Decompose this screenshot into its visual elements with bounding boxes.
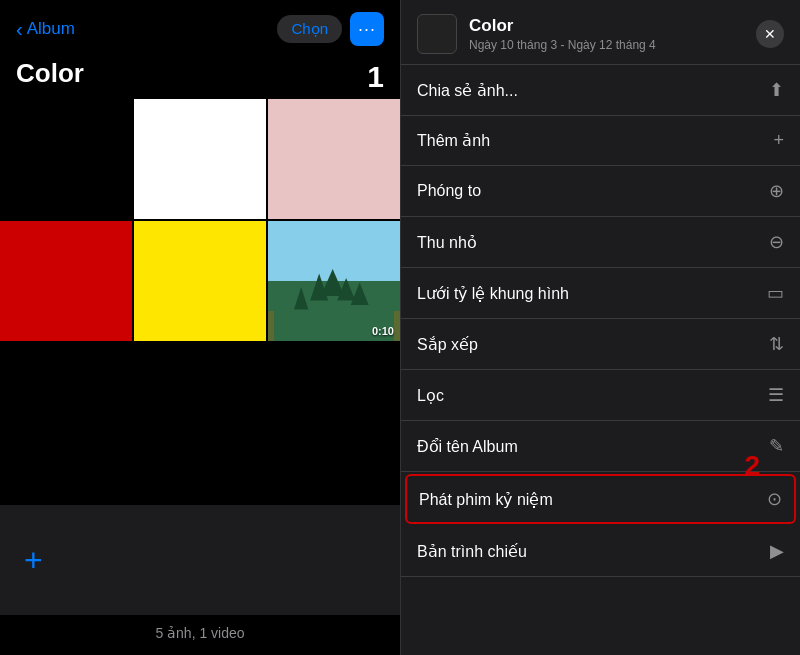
back-label: Album	[27, 19, 75, 39]
menu-list: Chia sẻ ảnh... ⬆ Thêm ảnh + Phóng to ⊕ T…	[401, 65, 800, 655]
menu-item-4[interactable]: Lưới tỷ lệ khung hình ▭	[401, 268, 800, 319]
menu-item-wrapper-9: Bản trình chiếu ▶	[401, 526, 800, 577]
menu-item-2[interactable]: Phóng to ⊕	[401, 166, 800, 217]
menu-item-7[interactable]: Đổi tên Album ✎	[401, 421, 800, 472]
menu-item-icon-9: ▶	[770, 540, 784, 562]
photo-cell-4[interactable]	[0, 221, 132, 341]
close-button[interactable]: ✕	[756, 20, 784, 48]
menu-item-0[interactable]: Chia sẻ ảnh... ⬆	[401, 65, 800, 116]
header-text: Color Ngày 10 tháng 3 - Ngày 12 tháng 4	[469, 16, 744, 52]
menu-item-icon-5: ⇅	[769, 333, 784, 355]
photo-cell-2[interactable]	[134, 99, 266, 219]
menu-item-wrapper-5: Sắp xếp ⇅	[401, 319, 800, 370]
video-duration: 0:10	[372, 325, 394, 337]
left-panel: ‹ Album Chọn ··· Color	[0, 0, 400, 655]
photo-cell-1[interactable]	[0, 99, 132, 219]
top-bar: ‹ Album Chọn ···	[0, 0, 400, 54]
menu-item-9[interactable]: Bản trình chiếu ▶	[401, 526, 800, 577]
menu-item-label-3: Thu nhỏ	[417, 233, 477, 252]
photo-cell-6[interactable]: 0:10	[268, 221, 400, 341]
menu-item-label-8: Phát phim kỷ niệm	[419, 490, 553, 509]
menu-item-label-6: Lọc	[417, 386, 444, 405]
menu-item-icon-1: +	[773, 130, 784, 151]
menu-item-6[interactable]: Lọc ☰	[401, 370, 800, 421]
menu-item-icon-2: ⊕	[769, 180, 784, 202]
menu-item-icon-0: ⬆	[769, 79, 784, 101]
menu-item-8[interactable]: Phát phim kỷ niệm ⊙	[405, 474, 796, 524]
photo-grid: 0:10	[0, 99, 400, 505]
back-chevron-icon: ‹	[16, 19, 23, 39]
right-panel: Color Ngày 10 tháng 3 - Ngày 12 tháng 4 …	[400, 0, 800, 655]
panel-subtitle: Ngày 10 tháng 3 - Ngày 12 tháng 4	[469, 38, 744, 52]
select-button[interactable]: Chọn	[277, 15, 342, 43]
top-right-buttons: Chọn ···	[277, 12, 384, 46]
menu-item-icon-8: ⊙	[767, 488, 782, 510]
photo-cell-5[interactable]	[134, 221, 266, 341]
menu-item-label-0: Chia sẻ ảnh...	[417, 81, 518, 100]
menu-item-label-5: Sắp xếp	[417, 335, 478, 354]
menu-item-wrapper-4: Lưới tỷ lệ khung hình ▭	[401, 268, 800, 319]
menu-item-icon-6: ☰	[768, 384, 784, 406]
landscape-image	[268, 221, 400, 341]
number-badge-2: 2	[744, 450, 760, 482]
menu-item-label-2: Phóng to	[417, 182, 481, 200]
menu-item-wrapper-3: Thu nhỏ ⊖	[401, 217, 800, 268]
menu-item-label-9: Bản trình chiếu	[417, 542, 527, 561]
bottom-info: 5 ảnh, 1 video	[0, 615, 400, 655]
add-photo-row[interactable]: +	[0, 505, 400, 615]
svg-marker-4	[351, 283, 369, 306]
menu-item-wrapper-0: Chia sẻ ảnh... ⬆	[401, 65, 800, 116]
menu-item-label-7: Đổi tên Album	[417, 437, 518, 456]
menu-item-wrapper-8: Phát phim kỷ niệm ⊙ 2	[401, 474, 800, 524]
color-thumbnail	[417, 14, 457, 54]
photo-cell-3[interactable]	[268, 99, 400, 219]
menu-item-icon-3: ⊖	[769, 231, 784, 253]
more-button[interactable]: ···	[350, 12, 384, 46]
menu-item-label-4: Lưới tỷ lệ khung hình	[417, 284, 569, 303]
menu-item-icon-4: ▭	[767, 282, 784, 304]
menu-item-wrapper-7: Đổi tên Album ✎	[401, 421, 800, 472]
back-button[interactable]: ‹ Album	[16, 19, 75, 39]
menu-item-5[interactable]: Sắp xếp ⇅	[401, 319, 800, 370]
add-icon: +	[24, 542, 43, 579]
number-badge-1: 1	[367, 60, 384, 94]
panel-title: Color	[469, 16, 744, 36]
menu-item-icon-7: ✎	[769, 435, 784, 457]
menu-item-3[interactable]: Thu nhỏ ⊖	[401, 217, 800, 268]
menu-item-wrapper-1: Thêm ảnh +	[401, 116, 800, 166]
panel-header: Color Ngày 10 tháng 3 - Ngày 12 tháng 4 …	[401, 0, 800, 65]
menu-item-wrapper-6: Lọc ☰	[401, 370, 800, 421]
menu-item-wrapper-2: Phóng to ⊕	[401, 166, 800, 217]
album-title: Color	[0, 54, 400, 99]
menu-item-label-1: Thêm ảnh	[417, 131, 490, 150]
menu-item-1[interactable]: Thêm ảnh +	[401, 116, 800, 166]
